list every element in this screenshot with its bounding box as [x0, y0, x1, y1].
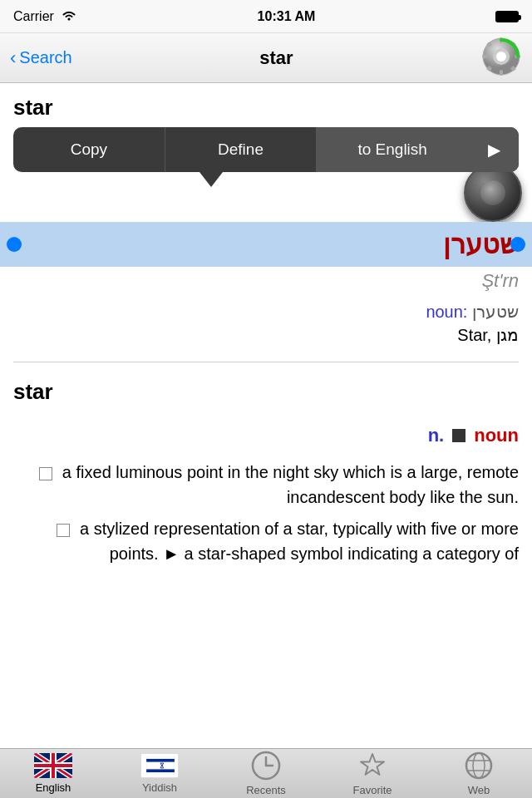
svg-rect-5 [500, 70, 503, 76]
battery-icon [495, 11, 519, 22]
tab-bar: English Yiddish Recents Favorite [0, 748, 532, 798]
pos-square-icon [452, 429, 466, 442]
globe-icon [464, 751, 494, 781]
noun-definition: noun: שטערן Star, מגן [0, 295, 532, 352]
play-inline-icon[interactable]: ► [163, 544, 180, 563]
def-para-2: a stylized representation of a star, typ… [0, 513, 532, 569]
status-time: 10:31 AM [258, 9, 316, 24]
def-bullet-1 [39, 467, 52, 480]
content-area: star Copy Define to English ▶ שטערן Şt'r… [0, 83, 532, 748]
knob-area [0, 180, 532, 222]
status-bar: Carrier 10:31 AM [0, 0, 532, 33]
entry2-word: star [13, 379, 519, 405]
uk-flag-icon [34, 753, 72, 778]
svg-point-31 [473, 753, 485, 778]
status-carrier: Carrier [13, 8, 77, 25]
def-meaning: Star, מגן [13, 325, 519, 345]
knob-inner [480, 180, 505, 205]
pos-n: n. [428, 425, 445, 446]
define-button[interactable]: Define [165, 127, 318, 172]
svg-rect-20 [34, 764, 72, 767]
settings-gear-button[interactable] [480, 36, 522, 81]
tab-web-label: Web [468, 784, 490, 796]
tab-yiddish[interactable]: Yiddish [106, 749, 213, 798]
nav-bar: ‹ Search star [0, 33, 532, 83]
entry2: star [0, 372, 532, 421]
tab-english-label: English [36, 781, 71, 794]
def-bullet-2 [57, 524, 70, 537]
selection-handle-right[interactable] [510, 237, 525, 252]
section-divider [13, 362, 519, 362]
noun-label: noun: [426, 303, 467, 321]
copy-button[interactable]: Copy [13, 127, 165, 172]
tab-web[interactable]: Web [426, 749, 532, 798]
svg-point-30 [466, 753, 491, 778]
pos-line: n. noun [0, 421, 532, 450]
to-english-button[interactable]: to English [317, 127, 469, 172]
back-chevron-icon: ‹ [10, 47, 16, 69]
back-button[interactable]: ‹ Search [10, 47, 72, 69]
svg-rect-6 [482, 55, 488, 58]
selection-line: שטערן [0, 222, 532, 267]
play-button[interactable]: ▶ [469, 127, 519, 172]
def-para-1: a fixed luminous point in the night sky … [0, 456, 532, 513]
tab-yiddish-label: Yiddish [142, 781, 177, 794]
svg-rect-22 [146, 759, 175, 762]
status-battery [495, 11, 519, 22]
svg-point-3 [496, 52, 506, 62]
transliteration: Şt'rn [0, 267, 532, 295]
tab-favorite-label: Favorite [353, 784, 392, 796]
tab-favorite[interactable]: Favorite [319, 749, 426, 798]
entry1-word-header: star [0, 83, 532, 127]
gear-icon [480, 36, 522, 77]
nav-title: star [259, 47, 293, 69]
svg-point-0 [67, 17, 70, 20]
context-menu: Copy Define to English ▶ [0, 127, 532, 172]
wifi-icon [61, 8, 77, 25]
selection-handle-left[interactable] [7, 237, 22, 252]
pos-noun: noun [474, 425, 519, 446]
clock-icon [251, 751, 281, 781]
svg-marker-29 [361, 754, 384, 775]
svg-rect-23 [146, 769, 175, 772]
israel-flag-icon [140, 753, 179, 778]
tab-english[interactable]: English [0, 749, 106, 798]
star-icon [357, 751, 387, 781]
hebrew-word: שטערן [443, 229, 519, 260]
tab-recents[interactable]: Recents [213, 749, 319, 798]
noun-line: noun: שטערן [13, 302, 519, 322]
tab-recents-label: Recents [246, 784, 286, 796]
volume-knob[interactable] [464, 164, 522, 222]
